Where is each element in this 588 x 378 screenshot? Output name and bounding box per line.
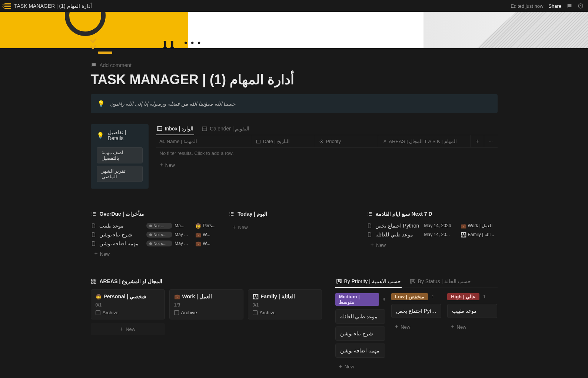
areas-new-button[interactable]: +New: [91, 323, 165, 335]
area-card-count: 1/3: [174, 302, 239, 308]
priority-card[interactable]: مهمة اضافة نوشن: [335, 344, 385, 358]
area-card-title: 💼Work | العمل: [174, 294, 239, 299]
clock-icon[interactable]: [578, 3, 584, 9]
tab-by-status[interactable]: By Status | حسب الحالة: [409, 278, 472, 288]
overdue-title: OverDue | متأخرات: [100, 211, 144, 217]
task-area: 👨‍👩‍👧Family | ائلة...: [461, 232, 494, 238]
svg-rect-9: [94, 282, 96, 284]
page-title[interactable]: TASK MANAGER | (1) أدارة المهام: [91, 72, 498, 87]
areas-section: AREAS | المجال او المشروع 🤠Personal | شخ…: [91, 278, 324, 372]
select-icon: [319, 139, 324, 144]
board-icon: [410, 278, 416, 284]
priority-new-button[interactable]: +New: [391, 321, 441, 333]
svg-rect-2: [202, 127, 207, 131]
page-icon-small: [4, 3, 11, 9]
tab-calendar[interactable]: Calender | التقويم: [201, 124, 250, 135]
status-badge: Not ...: [146, 223, 172, 229]
svg-rect-10: [337, 279, 338, 284]
task-name: اجتماع يخص Python: [375, 223, 419, 229]
relation-icon: [382, 139, 387, 144]
list-item[interactable]: اجتماع يخص Python May 14, 2024 💼Work | ا…: [367, 221, 498, 230]
task-date: May 14, 2024: [424, 223, 458, 228]
overdue-new-button[interactable]: +New: [91, 248, 222, 260]
col-areas[interactable]: AREAS | المجال T A S K | المهام: [378, 135, 471, 147]
callout-block[interactable]: 💡 حسبنا الله سيؤتينا الله من فضله ورسوله…: [91, 94, 498, 113]
breadcrumb-title[interactable]: TASK MANAGER | (1) أدارة المهام: [14, 3, 92, 9]
col-name[interactable]: AaName | المهمة: [156, 135, 252, 147]
comments-icon[interactable]: [567, 3, 572, 9]
topbar-right: Edited just now Share: [511, 3, 584, 9]
tab-by-priority[interactable]: By Priority | حسب الاهمية: [335, 278, 402, 288]
new-row-button[interactable]: +New: [156, 159, 498, 171]
add-column-button[interactable]: +: [471, 135, 484, 147]
priority-card[interactable]: شرح بناء نوشن: [335, 326, 385, 341]
svg-rect-15: [414, 279, 415, 283]
priority-card[interactable]: اجتماع يخص Python: [391, 304, 441, 318]
task-name: موعد طبيب: [99, 223, 124, 229]
topbar-left: TASK MANAGER | (1) أدارة المهام: [4, 3, 92, 9]
priority-card[interactable]: موعد طبي للعائلة: [335, 309, 385, 324]
priority-badge: Low | منخفض: [391, 293, 428, 300]
task-date: Ma...: [175, 223, 193, 228]
calendar-icon: [202, 126, 207, 132]
last-month-report-button[interactable]: تقرير الشهر الماضي: [97, 166, 143, 182]
svg-rect-12: [340, 279, 341, 283]
svg-rect-6: [92, 279, 93, 281]
list-item[interactable]: شرح بناء نوشن Not s... May ... 💼W...: [91, 230, 222, 239]
area-card-archive: Archive: [174, 310, 239, 315]
share-button[interactable]: Share: [548, 3, 561, 9]
area-card[interactable]: 🤠Personal | شخصي 0/1 Archive: [91, 289, 165, 319]
checkbox-icon[interactable]: [96, 310, 100, 315]
priority-column: Medium | متوسط3 موعد طبي للعائلةشرح بناء…: [335, 293, 385, 372]
bulb-icon: 💡: [97, 100, 105, 107]
next7-new-button[interactable]: +New: [367, 239, 498, 251]
priority-section: By Priority | حسب الاهمية By Status | حس…: [335, 278, 498, 372]
priority-badge: Medium | متوسط: [335, 293, 379, 306]
priority-count: 1: [432, 294, 434, 299]
svg-rect-13: [411, 279, 412, 284]
task-name: مهمة اضافة نوشن: [99, 241, 139, 246]
list-item[interactable]: موعد طبي للعائلة May 14, 20... 👨‍👩‍👧Fami…: [367, 230, 498, 239]
checkbox-icon[interactable]: [253, 310, 258, 315]
gallery-icon: [91, 278, 97, 284]
list-item[interactable]: مهمة اضافة نوشن Not s... May ... 💼W...: [91, 239, 222, 248]
area-card[interactable]: 👨‍👩‍👧Family | العائلة 0/1 Archive: [248, 289, 322, 319]
area-card[interactable]: 💼Work | العمل 1/3 Archive: [169, 289, 243, 319]
add-task-detail-button[interactable]: اضف مهمة بالتفصيل: [97, 147, 143, 163]
next7-section: سبع ايام القادمة Next 7 D اجتماع يخص Pyt…: [367, 211, 498, 260]
task-area: 💼Work | العمل: [461, 223, 494, 229]
svg-point-5: [320, 140, 322, 142]
areas-title: AREAS | المجال او المشروع: [100, 278, 162, 284]
priority-column: High | عالي1 موعد طبيب +New: [447, 293, 497, 372]
today-new-button[interactable]: +New: [229, 221, 359, 233]
svg-rect-11: [338, 279, 339, 282]
task-area: 💼W...: [195, 232, 221, 238]
area-card-count: 0/1: [96, 302, 160, 308]
svg-rect-14: [412, 279, 413, 282]
priority-new-button[interactable]: +New: [447, 321, 497, 333]
tab-inbox[interactable]: Inbox | الوارد: [156, 124, 195, 135]
empty-row[interactable]: No filter results. Click to add a row.: [156, 147, 498, 159]
task-date: May ...: [175, 241, 193, 246]
area-card-archive: Archive: [96, 310, 160, 315]
checkbox-icon[interactable]: [174, 310, 179, 315]
priority-column: Low | منخفض1 اجتماع يخص Python +New: [391, 293, 441, 372]
priority-count: 3: [383, 297, 385, 302]
list-item[interactable]: موعد طبيب Not ... Ma... 🤠Pers...: [91, 221, 222, 230]
priority-new-button[interactable]: +New: [335, 361, 385, 372]
task-name: موعد طبي للعائلة: [375, 232, 413, 238]
bulb-icon: 💡: [97, 132, 104, 139]
column-more-button[interactable]: ···: [484, 135, 498, 147]
list-icon: [91, 211, 97, 217]
today-title: Today | اليوم: [237, 211, 267, 217]
cover-image[interactable]: ıı ···: [0, 12, 588, 48]
next7-title: سبع ايام القادمة Next 7 D: [376, 211, 432, 217]
topbar: TASK MANAGER | (1) أدارة المهام Edited j…: [0, 0, 588, 12]
col-date[interactable]: Date | التاريخ: [252, 135, 315, 147]
priority-count: 1: [483, 294, 486, 299]
svg-rect-1: [157, 127, 162, 131]
priority-card[interactable]: موعد طبيب: [447, 304, 497, 318]
col-priority[interactable]: Priority: [315, 135, 378, 147]
add-comment-button[interactable]: Add comment: [91, 62, 498, 68]
comment-icon: [91, 62, 97, 68]
